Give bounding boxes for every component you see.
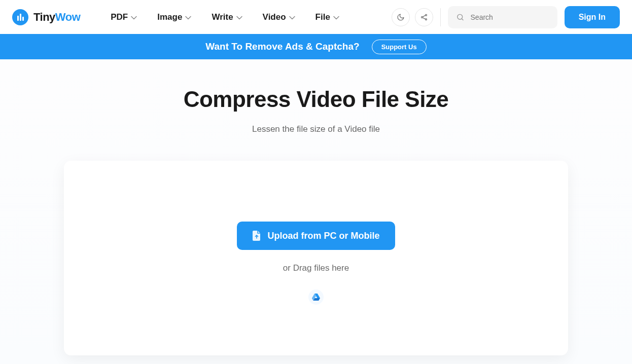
search-input[interactable]: [471, 13, 549, 21]
upload-button[interactable]: Upload from PC or Mobile: [237, 222, 395, 250]
page-title: Compress Video File Size: [0, 87, 632, 112]
file-upload-icon: [252, 231, 261, 241]
support-us-button[interactable]: Support Us: [372, 40, 427, 54]
main-content: Compress Video File Size Lessen the file…: [0, 59, 632, 364]
drag-hint: or Drag files here: [283, 263, 349, 273]
nav-write[interactable]: Write: [212, 12, 242, 22]
logo-icon: [12, 9, 28, 25]
dark-mode-toggle[interactable]: [392, 8, 410, 26]
page-subtitle: Lessen the file size of a Video file: [0, 124, 632, 134]
nav-label: PDF: [111, 12, 128, 22]
share-icon: [420, 13, 428, 21]
promo-text: Want To Remove Ads & Captcha?: [205, 41, 359, 52]
logo[interactable]: TinyWow: [12, 9, 80, 25]
divider: [440, 8, 441, 26]
nav-label: Write: [212, 12, 233, 22]
search-icon: [456, 12, 465, 22]
chevron-down-icon: [236, 16, 242, 20]
upload-card: Upload from PC or Mobile or Drag files h…: [64, 161, 568, 355]
svg-point-1: [425, 14, 427, 16]
nav-image[interactable]: Image: [157, 12, 191, 22]
chevron-down-icon: [185, 16, 191, 20]
nav-label: Image: [157, 12, 182, 22]
chevron-down-icon: [289, 16, 295, 20]
nav-video[interactable]: Video: [263, 12, 295, 22]
nav-file[interactable]: File: [315, 12, 339, 22]
share-button[interactable]: [415, 8, 433, 26]
header: TinyWow PDF Image Write Video File: [0, 0, 632, 34]
google-drive-icon: [312, 294, 320, 301]
svg-point-2: [425, 18, 427, 20]
logo-word-wow: Wow: [55, 11, 80, 23]
logo-text: TinyWow: [33, 11, 80, 24]
google-drive-button[interactable]: [308, 289, 324, 305]
chevron-down-icon: [131, 16, 137, 20]
nav-pdf[interactable]: PDF: [111, 12, 137, 22]
logo-word-tiny: Tiny: [33, 11, 55, 23]
main-nav: PDF Image Write Video File: [111, 12, 339, 22]
moon-icon: [397, 13, 405, 21]
nav-label: Video: [263, 12, 286, 22]
signin-button[interactable]: Sign In: [565, 6, 620, 28]
svg-point-0: [421, 16, 423, 18]
nav-label: File: [315, 12, 330, 22]
promo-bar: Want To Remove Ads & Captcha? Support Us: [0, 34, 632, 59]
chevron-down-icon: [333, 16, 339, 20]
search-box[interactable]: [448, 6, 557, 28]
upload-button-label: Upload from PC or Mobile: [267, 231, 379, 241]
